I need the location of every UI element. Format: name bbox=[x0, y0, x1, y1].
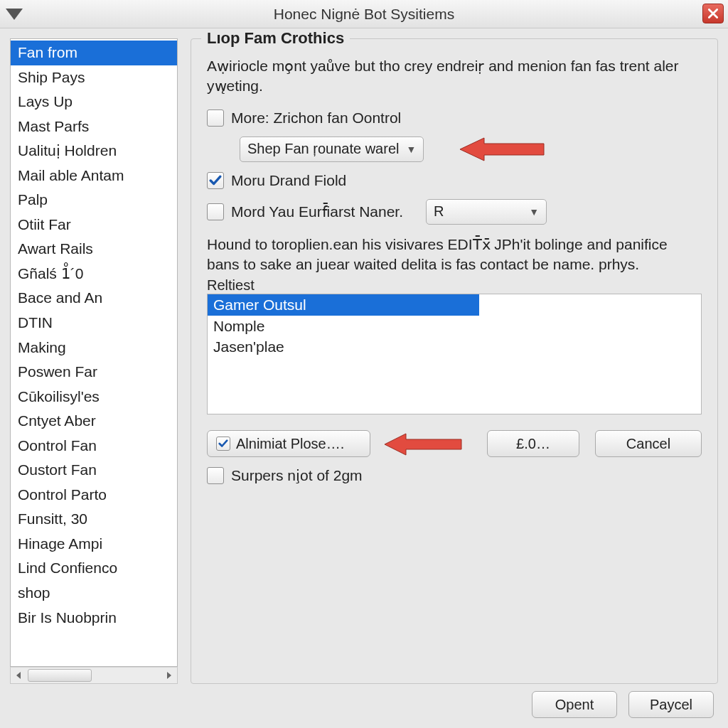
scrollbar-thumb[interactable] bbox=[28, 669, 92, 682]
intro-text: Aẉiriocle mo̧nt yaůve but tho crey endre… bbox=[207, 56, 702, 97]
mord-checkbox-row: Mord Yau Eurf̄iarst Naner. R ▼ bbox=[207, 199, 702, 225]
paycel-button[interactable]: Paycel bbox=[628, 691, 714, 718]
list-item[interactable]: Making bbox=[11, 336, 177, 360]
list-item[interactable]: DTIN bbox=[11, 311, 177, 336]
scrollbar-track[interactable] bbox=[28, 668, 160, 683]
dialog-footer: Opent Paycel bbox=[10, 684, 718, 721]
list-item[interactable]: Mast Parfs bbox=[11, 114, 177, 139]
more-checkbox[interactable] bbox=[207, 109, 224, 127]
moru-checkbox-row: Moru Drand Fiold bbox=[207, 172, 702, 189]
list-item[interactable]: Oontrol Fan bbox=[11, 434, 177, 459]
list-item[interactable]: Nomple bbox=[208, 316, 701, 336]
svg-marker-3 bbox=[460, 138, 544, 161]
list-item[interactable]: Cntyet Aber bbox=[11, 409, 177, 434]
mid-button-label: £.0… bbox=[516, 436, 550, 452]
svg-marker-0 bbox=[6, 9, 23, 20]
list-item[interactable]: Bir Is Nuobprin bbox=[11, 606, 177, 631]
list-item[interactable]: Jasen'plae bbox=[208, 336, 701, 357]
list-item[interactable]: Oontrol Parto bbox=[11, 483, 177, 508]
explanation-text: Hound to toroplien.ean his visivares EDI… bbox=[207, 235, 702, 275]
alnimiat-button[interactable]: Alnimiat Plose…. bbox=[207, 430, 370, 457]
mord-checkbox-label: Mord Yau Eurf̄iarst Naner. bbox=[231, 203, 403, 220]
list-item[interactable]: Gñalś 1̊´0 bbox=[11, 262, 177, 287]
paycel-button-label: Paycel bbox=[650, 697, 692, 713]
combo1-row: Shep Fan ŗounate warel ▼ bbox=[240, 136, 702, 162]
settings-groupbox: Lıop Fam Crothics Aẉiriocle mo̧nt yaůve … bbox=[191, 38, 718, 684]
cancel-button[interactable]: Cancel bbox=[595, 430, 702, 457]
combo2-value: R bbox=[434, 203, 444, 220]
surpers-checkbox-row: Surpers ni̧ot of 2gm bbox=[207, 467, 702, 484]
list-item[interactable]: Bace and An bbox=[11, 286, 177, 311]
svg-marker-1 bbox=[16, 672, 21, 679]
dialog-window: Honec Nignė Bot Sysitiems Fan fromShip P… bbox=[0, 0, 728, 728]
horizontal-scrollbar[interactable] bbox=[10, 667, 178, 684]
list-item[interactable]: Ship Pays bbox=[11, 65, 177, 90]
list-item[interactable]: shop bbox=[11, 581, 177, 606]
chevron-down-icon: ▼ bbox=[406, 144, 416, 155]
client-area: Fan fromShip PaysLays UpMast ParfsUalitu… bbox=[0, 28, 728, 728]
more-checkbox-row: More: Zrichon fan Oontrol bbox=[207, 109, 702, 127]
groupbox-title: Lıop Fam Crothics bbox=[201, 29, 350, 48]
surpers-checkbox-label: Surpers ni̧ot of 2gm bbox=[231, 467, 363, 484]
svg-marker-4 bbox=[385, 434, 461, 455]
moru-checkbox[interactable] bbox=[207, 172, 224, 189]
window-menu-trigger-icon[interactable] bbox=[6, 6, 23, 23]
combo1-value: Shep Fan ŗounate warel bbox=[247, 141, 399, 157]
list-item[interactable]: Hinage Ampi bbox=[11, 532, 177, 557]
moru-checkbox-label: Moru Drand Fiold bbox=[231, 172, 346, 189]
reltiest-listbox[interactable]: Gamer OutsulNompleJasen'plae bbox=[207, 294, 702, 414]
list-item[interactable]: Cūkoilisyl'es bbox=[11, 385, 177, 410]
list-item[interactable]: Lays Up bbox=[11, 90, 177, 114]
list-item[interactable]: Fan from bbox=[11, 41, 177, 65]
title-bar[interactable]: Honec Nignė Bot Sysitiems bbox=[0, 0, 728, 28]
scroll-right-icon[interactable] bbox=[160, 668, 177, 683]
scroll-left-icon[interactable] bbox=[11, 668, 28, 683]
annotation-arrow-icon bbox=[385, 430, 463, 459]
fan-mode-combobox[interactable]: Shep Fan ŗounate warel ▼ bbox=[240, 136, 424, 162]
chevron-down-icon: ▼ bbox=[529, 206, 539, 218]
naner-combobox[interactable]: R ▼ bbox=[426, 199, 547, 225]
close-button[interactable] bbox=[702, 4, 724, 23]
annotation-arrow-icon bbox=[460, 134, 545, 165]
alnimiat-check-icon bbox=[216, 437, 230, 451]
list-item[interactable]: Oustort Fan bbox=[11, 458, 177, 483]
mid-button[interactable]: £.0… bbox=[487, 430, 579, 457]
alnimiat-button-label: Alnimiat Plose…. bbox=[236, 436, 344, 452]
list-item[interactable]: Otiit Far bbox=[11, 213, 177, 237]
opent-button-label: Opent bbox=[555, 697, 594, 713]
surpers-checkbox[interactable] bbox=[207, 467, 224, 484]
sidebar: Fan fromShip PaysLays UpMast ParfsUalitu… bbox=[10, 38, 178, 684]
list-item[interactable]: Gamer Outsul bbox=[208, 294, 479, 315]
list-item[interactable]: Palp bbox=[11, 188, 177, 213]
list-item[interactable]: Lind Confienco bbox=[11, 556, 177, 581]
window-title: Honec Nignė Bot Sysitiems bbox=[0, 6, 728, 23]
svg-marker-2 bbox=[167, 672, 171, 679]
category-listbox[interactable]: Fan fromShip PaysLays UpMast ParfsUalitu… bbox=[10, 38, 178, 667]
more-checkbox-label: More: Zrichon fan Oontrol bbox=[231, 109, 401, 127]
mord-checkbox[interactable] bbox=[207, 203, 224, 220]
list-item[interactable]: Poswen Far bbox=[11, 360, 177, 385]
opent-button[interactable]: Opent bbox=[532, 691, 617, 718]
inner-list-label: Reltiest bbox=[207, 277, 702, 294]
list-item[interactable]: Mail able Antam bbox=[11, 164, 177, 188]
list-item[interactable]: Ualituị Holdren bbox=[11, 139, 177, 164]
list-item[interactable]: Funsitt, 30 bbox=[11, 507, 177, 532]
list-item[interactable]: Awart Rails bbox=[11, 237, 177, 262]
cancel-button-label: Cancel bbox=[626, 436, 670, 452]
action-button-row: Alnimiat Plose…. £.0… Cancel bbox=[207, 430, 702, 457]
